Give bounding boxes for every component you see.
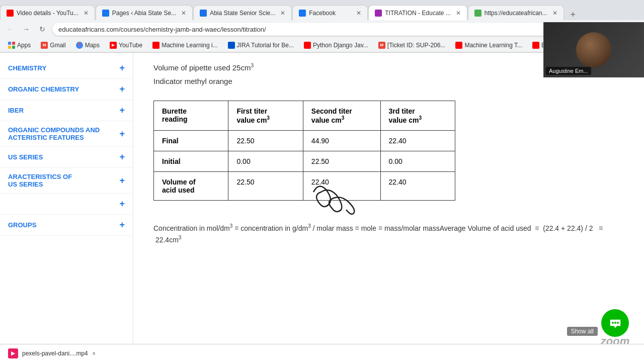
sidebar-groups-plus[interactable]: + [119,220,125,230]
table-row-initial: Initial 0.00 22.50 0.00 [154,151,455,171]
video-name-label: Augustine Em... [546,67,591,75]
tab-abia1[interactable]: Pages ‹ Abia State Se... ✕ [96,5,193,20]
tab-close-facebook[interactable]: ✕ [356,10,361,17]
jira-icon [228,42,235,49]
bookmark-ml1[interactable]: Machine Learning i... [148,41,221,50]
scribble-second-titer [308,177,369,217]
bookmark-gmail-label: Gmail [50,42,65,49]
cell-final-col2: 44.90 [303,130,380,151]
show-all-button[interactable]: Show all [567,327,598,336]
tab-facebook[interactable]: Facebook ✕ [292,5,368,20]
tab-title-abia1: Pages ‹ Abia State Se... [112,10,176,17]
cell-final-label: Final [154,130,228,151]
cell-final-col3: 22.40 [380,130,455,151]
tab-close-titration[interactable]: ✕ [456,10,461,17]
bookmark-python-label: Python Django Jav... [313,42,368,49]
ticket-icon: M [378,42,385,49]
sidebar-chemistry-plus[interactable]: + [119,63,125,73]
address-input[interactable] [52,23,608,36]
bookmark-apps[interactable]: Apps [4,41,35,50]
ml2-icon [455,42,462,49]
zoom-icon [608,316,623,331]
back-button[interactable]: ← [4,23,16,35]
tab-educate[interactable]: https://educateafrican... ✕ [468,5,564,20]
table-row-final: Final 22.50 44.90 22.40 [154,130,455,151]
bookmark-apps-label: Apps [17,42,31,49]
cell-initial-label: Initial [154,151,228,171]
table-container: Burettereading First titervalue cm3 Seco… [153,90,455,211]
sidebar-item-organic[interactable]: ORGANIC CHEMISTRY + [0,79,133,100]
bookmark-jira[interactable]: JIRA Tutorial for Be... [224,41,298,50]
cell-initial-col3: 0.00 [380,151,455,171]
sidebar-item-groups[interactable]: GROUPS + [0,215,133,236]
sidebar-item-us-series[interactable]: US SERIES + [0,147,133,168]
tab-youtube[interactable]: Video details - YouTu... ✕ [0,5,95,20]
header-second-titer: Second titervalue cm3 [303,101,380,131]
sidebar-empty-plus[interactable]: + [119,199,125,209]
tab-titration[interactable]: TITRATION - Educate ... ✕ [368,5,467,20]
sidebar-iber-plus[interactable]: + [119,105,125,116]
python-icon [304,42,311,49]
bookmark-youtube-label: YouTube [119,42,142,49]
bookmark-ml1-label: Machine Learning i... [162,42,217,49]
tab-title-titration: TITRATION - Educate ... [385,10,450,17]
sidebar-item-chemistry[interactable]: CHEMISTRY + [0,58,133,79]
cell-final-col1: 22.50 [228,130,303,151]
video-thumbnail: Augustine Em... [543,22,644,77]
svg-point-1 [614,322,616,324]
forward-button[interactable]: → [20,23,32,35]
indicator-text: Indicator methyl orange [153,77,624,85]
titration-table: Burettereading First titervalue cm3 Seco… [153,101,455,201]
tab-favicon-titration [375,10,382,17]
bookmark-ml2[interactable]: Machine Learning T... [451,41,526,50]
video-person: Augustine Em... [544,23,643,77]
bookmark-youtube[interactable]: ▶ YouTube [106,41,146,50]
reload-button[interactable]: ↻ [36,23,48,35]
download-chevron[interactable]: ∧ [92,350,96,356]
tab-close-abia1[interactable]: ✕ [181,10,186,17]
bookmark-maps[interactable]: 📍 Maps [72,41,104,50]
formula-text: Concentration in mol/dm3 = concentration… [153,222,624,245]
tab-abia2[interactable]: Abia State Senior Scie... ✕ [193,5,292,20]
sidebar-us-series-plus[interactable]: + [119,152,125,162]
tab-close-youtube[interactable]: ✕ [84,10,89,17]
cell-initial-col1: 0.00 [228,151,303,171]
sidebar-organic-plus[interactable]: + [119,84,125,95]
download-file-icon: ▶ [8,348,18,358]
cell-volume-col3: 22.40 [380,171,455,200]
sidebar-item-empty[interactable]: + [0,194,133,215]
bookmark-ticket-label: [Ticket ID: SUP-206... [387,42,446,49]
main-content: Volume of pipette used 25cm3 Indicator m… [133,53,644,362]
svg-point-0 [612,322,614,324]
build-icon [532,42,539,49]
header-first-titer: First titervalue cm3 [228,101,303,131]
sidebar-organic-compounds-plus[interactable]: + [119,129,125,139]
sidebar-item-iber[interactable]: IBER + [0,100,133,121]
tab-close-educate[interactable]: ✕ [552,10,557,17]
sidebar-item-organic-compounds[interactable]: ORGANIC COMPOUNDS ANDACTERISTIC FEATURES… [0,121,133,147]
tab-favicon-abia2 [200,10,207,17]
bookmark-ml2-label: Machine Learning T... [464,42,522,49]
sidebar-groups-label: GROUPS [8,221,36,229]
sidebar-item-characteristics[interactable]: ARACTERISTICS OFUS SERIES + [0,168,133,194]
sidebar-iber-label: IBER [8,107,24,114]
zoom-button[interactable] [601,309,629,337]
cell-volume-label: Volume ofacid used [154,171,228,200]
tab-favicon-facebook [299,10,306,17]
gmail-icon: M [41,42,48,49]
bookmark-ticket[interactable]: M [Ticket ID: SUP-206... [374,41,450,50]
tab-title-youtube: Video details - YouTu... [17,10,78,17]
cell-volume-col2: 22.40 [303,171,380,200]
tab-close-abia2[interactable]: ✕ [280,10,285,17]
cell-initial-col2: 22.50 [303,151,380,171]
avatar [576,32,611,67]
ml1-icon [152,42,159,49]
sidebar-chemistry-label: CHEMISTRY [8,64,46,72]
new-tab-button[interactable]: + [565,10,582,20]
bookmark-python[interactable]: Python Django Jav... [300,41,372,50]
zoom-widget: zoom [601,309,629,337]
sidebar: CHEMISTRY + ORGANIC CHEMISTRY + IBER + O… [0,53,133,362]
sidebar-characteristics-plus[interactable]: + [119,175,125,186]
bookmark-gmail[interactable]: M Gmail [37,41,69,50]
cell-volume-col1: 22.50 [228,171,303,200]
